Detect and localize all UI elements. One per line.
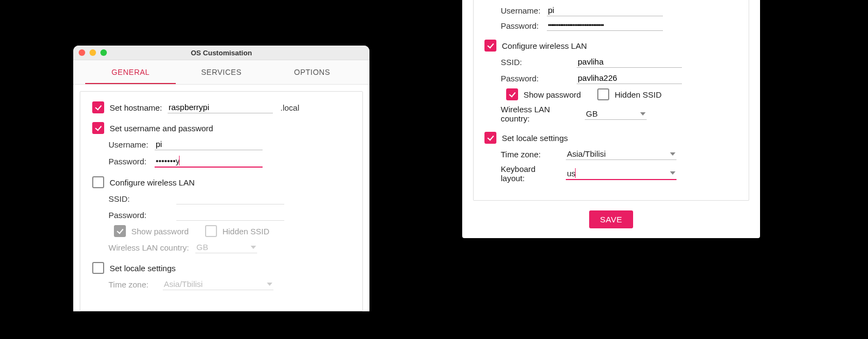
ssid-input[interactable] — [577, 56, 682, 68]
chevron-down-icon — [670, 152, 675, 156]
set-locale-label: Set locale settings — [110, 264, 176, 273]
timezone-select[interactable]: Asia/Tbilisi — [566, 148, 676, 160]
chevron-down-icon — [267, 283, 272, 286]
cursor-icon — [179, 156, 180, 165]
timezone-label: Time zone: — [501, 150, 560, 159]
set-userpass-checkbox[interactable] — [92, 122, 104, 134]
chevron-down-icon — [670, 171, 675, 175]
ssid-label: SSID: — [108, 194, 149, 203]
hostname-input[interactable] — [168, 101, 273, 113]
set-locale-checkbox[interactable] — [92, 262, 104, 274]
configure-wlan-checkbox[interactable] — [484, 40, 496, 52]
username-input[interactable] — [547, 4, 663, 16]
username-input[interactable] — [155, 138, 263, 150]
os-customisation-window-2: Set username and password Username: Pass… — [462, 0, 760, 238]
username-label: Username: — [108, 140, 149, 149]
show-password-label: Show password — [131, 227, 189, 236]
timezone-label: Time zone: — [108, 280, 157, 289]
set-userpass-label: Set username and password — [110, 124, 213, 133]
wlan-country-label: Wireless LAN country: — [501, 105, 579, 123]
set-hostname-label: Set hostname: — [110, 103, 162, 112]
tab-general[interactable]: GENERAL — [85, 60, 176, 84]
hidden-ssid-checkbox — [205, 225, 217, 237]
configure-wlan-label: Configure wireless LAN — [502, 41, 587, 50]
window-title: OS Customisation — [73, 49, 369, 57]
ssid-label: SSID: — [501, 57, 571, 67]
wlan-password-label: Password: — [501, 74, 571, 83]
password-label: Password: — [108, 157, 149, 166]
wlan-password-label: Password: — [108, 210, 149, 220]
password-value: •••••••y — [156, 156, 180, 165]
wlan-country-select: GB — [195, 241, 257, 253]
configure-wlan-checkbox[interactable] — [92, 176, 104, 188]
timezone-value: Asia/Tbilisi — [164, 279, 203, 289]
wlan-password-input — [176, 209, 284, 221]
general-panel: Set hostname: .local Set username and pa… — [80, 91, 363, 311]
os-customisation-window: OS Customisation GENERAL SERVICES OPTION… — [73, 46, 369, 311]
set-hostname-checkbox[interactable] — [92, 101, 104, 113]
tabs: GENERAL SERVICES OPTIONS — [73, 60, 369, 85]
tab-services[interactable]: SERVICES — [176, 60, 266, 84]
hidden-ssid-label: Hidden SSID — [615, 90, 662, 99]
wlan-country-select[interactable]: GB — [585, 108, 647, 120]
wlan-country-label: Wireless LAN country: — [108, 243, 190, 252]
wlan-country-value: GB — [586, 109, 598, 118]
chevron-down-icon — [640, 112, 646, 116]
password-input[interactable] — [547, 21, 663, 31]
cursor-icon — [575, 168, 576, 178]
ssid-input — [176, 193, 284, 204]
tab-options[interactable]: OPTIONS — [267, 60, 358, 84]
hidden-ssid-label: Hidden SSID — [222, 227, 270, 236]
set-locale-checkbox[interactable] — [484, 132, 496, 144]
chevron-down-icon — [251, 246, 256, 249]
username-label: Username: — [501, 6, 541, 15]
hostname-suffix: .local — [280, 103, 299, 112]
configure-wlan-label: Configure wireless LAN — [110, 178, 195, 187]
keyboard-layout-label: Keyboard layout: — [501, 164, 560, 183]
save-button[interactable]: SAVE — [589, 210, 633, 228]
wlan-country-value: GB — [196, 242, 208, 252]
timezone-value: Asia/Tbilisi — [567, 149, 606, 158]
show-password-label: Show password — [524, 90, 581, 99]
timezone-select: Asia/Tbilisi — [163, 278, 273, 290]
titlebar: OS Customisation — [73, 46, 369, 60]
wlan-password-input[interactable] — [577, 72, 682, 84]
set-locale-label: Set locale settings — [502, 133, 568, 143]
show-password-checkbox[interactable] — [506, 88, 518, 100]
keyboard-layout-select[interactable]: us — [566, 167, 676, 180]
general-panel-2: Set username and password Username: Pass… — [473, 0, 749, 201]
keyboard-layout-value: us — [567, 169, 576, 178]
show-password-checkbox — [114, 225, 126, 237]
password-label: Password: — [501, 21, 541, 30]
hidden-ssid-checkbox[interactable] — [597, 88, 609, 100]
password-input[interactable]: •••••••y — [155, 155, 263, 168]
